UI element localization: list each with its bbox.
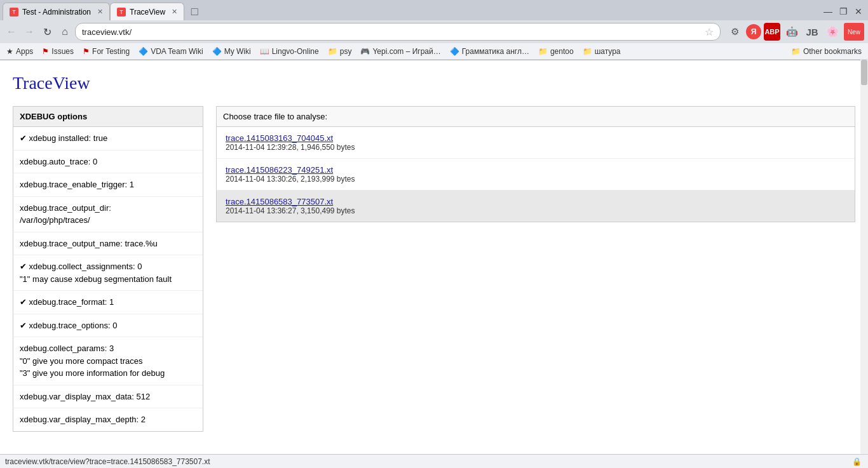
- bookmarks-bar: ★ Apps ⚑ Issues ⚑ For Testing 🔷 VDA Team…: [0, 43, 868, 60]
- android-icon[interactable]: 🤖: [783, 23, 801, 41]
- bookmark-yepi[interactable]: 🎮 Yepi.com – Играй…: [356, 46, 444, 57]
- trace-filename-3[interactable]: trace.1415086583_773507.xt: [226, 197, 846, 206]
- bookmark-icon: 🎮: [360, 47, 370, 56]
- bookmark-icon: 📁: [538, 47, 548, 56]
- bookmark-label: Грамматика англ…: [462, 47, 529, 56]
- back-button[interactable]: ←: [4, 24, 19, 39]
- window-controls: — ❐ ✕: [821, 4, 868, 18]
- trace-meta-3: 2014-11-04 13:36:27, 3,150,499 bytes: [226, 206, 846, 215]
- bookmark-icon: 🔷: [139, 47, 148, 56]
- trace-meta-2: 2014-11-04 13:30:26, 2,193,999 bytes: [226, 175, 846, 184]
- trace-item-3[interactable]: trace.1415086583_773507.xt 2014-11-04 13…: [217, 191, 855, 222]
- bookmark-vda[interactable]: 🔷 VDA Team Wiki: [135, 46, 207, 57]
- trace-meta-1: 2014-11-04 12:39:28, 1,946,550 bytes: [226, 143, 846, 152]
- scroll-thumb[interactable]: [861, 60, 867, 85]
- browser-chrome: T Test - Administration ✕ T TraceView ✕ …: [0, 0, 868, 60]
- abp-icon[interactable]: ABP: [764, 23, 780, 41]
- maximize-button[interactable]: ❐: [836, 4, 850, 18]
- collect-params-row: xdebug.collect_params: 3"0" give you mor…: [13, 337, 203, 385]
- bookmark-gentoo[interactable]: 📁 gentoo: [534, 46, 578, 57]
- collect-assignments-text: ✔ xdebug.collect_assignments: 0"1" may c…: [20, 262, 172, 284]
- bookmark-shatura[interactable]: 📁 шатура: [579, 46, 625, 57]
- scroll-track[interactable]: [860, 60, 868, 451]
- folder-icon: 📁: [791, 47, 801, 56]
- address-row: ← → ↻ ⌂ traceview.vtk/ ☆ ⚙ Я ABP 🤖 JB 🌸 …: [0, 20, 868, 43]
- bookmark-icon: ⚑: [42, 47, 49, 56]
- bookmark-grammar[interactable]: 🔷 Грамматика англ…: [446, 46, 533, 57]
- var-display-max-depth-row: xdebug.var_display_max_depth: 2: [13, 408, 203, 431]
- trace-options-row: ✔ xdebug.trace_options: 0: [13, 314, 203, 338]
- trace-output-dir-row: xdebug.trace_output_dir:/var/log/php/tra…: [13, 197, 203, 232]
- left-panel-header: XDEBUG options: [13, 107, 203, 127]
- trace-item-1[interactable]: trace.1415083163_704045.xt 2014-11-04 12…: [217, 127, 855, 159]
- bookmark-lingvo[interactable]: 📖 Lingvo-Online: [256, 46, 323, 57]
- jb-icon[interactable]: JB: [803, 23, 821, 41]
- close-button[interactable]: ✕: [851, 4, 865, 18]
- trace-options-text: ✔ xdebug.trace_options: 0: [20, 321, 117, 330]
- new-icon[interactable]: New: [844, 23, 864, 41]
- trace-enable-trigger-row: xdebug.trace_enable_trigger: 1: [13, 173, 203, 197]
- bookmark-fortesting[interactable]: ⚑ For Testing: [79, 46, 133, 57]
- trace-output-dir-text: xdebug.trace_output_dir:/var/log/php/tra…: [20, 203, 111, 225]
- forward-button[interactable]: →: [22, 24, 37, 39]
- page-content: TraceView XDEBUG options ✔ xdebug instal…: [0, 60, 868, 451]
- tab-close-1[interactable]: ✕: [97, 8, 103, 16]
- bookmark-icon: 📖: [260, 47, 269, 56]
- var-display-max-depth-text: xdebug.var_display_max_depth: 2: [20, 415, 146, 424]
- reload-button[interactable]: ↻: [39, 24, 55, 39]
- home-button[interactable]: ⌂: [57, 24, 72, 39]
- bookmark-label: Apps: [16, 47, 33, 56]
- trace-item-2[interactable]: trace.1415086223_749251.xt 2014-11-04 13…: [217, 159, 855, 191]
- address-text: traceview.vtk/: [82, 27, 705, 37]
- new-tab-button[interactable]: □: [186, 3, 203, 20]
- bookmark-psy[interactable]: 📁 psy: [324, 46, 356, 57]
- other-bookmarks-label: Other bookmarks: [803, 47, 862, 56]
- left-panel: XDEBUG options ✔ xdebug installed: true …: [13, 106, 203, 432]
- var-display-max-data-text: xdebug.var_display_max_data: 512: [20, 392, 150, 401]
- trace-enable-trigger-text: xdebug.trace_enable_trigger: 1: [20, 180, 134, 189]
- browser-tab-1[interactable]: T Test - Administration ✕: [3, 3, 110, 20]
- bookmark-mywiki[interactable]: 🔷 My Wiki: [208, 46, 255, 57]
- bookmark-apps[interactable]: ★ Apps: [3, 46, 37, 57]
- minimize-button[interactable]: —: [821, 4, 835, 18]
- tab-favicon: T: [117, 8, 126, 17]
- bookmark-issues[interactable]: ⚑ Issues: [38, 46, 78, 57]
- trace-filename-1[interactable]: trace.1415083163_704045.xt: [226, 133, 846, 143]
- trace-format-text: ✔ xdebug.trace_format: 1: [20, 297, 114, 307]
- collect-params-text: xdebug.collect_params: 3"0" give you mor…: [20, 344, 165, 378]
- bookmark-star-icon[interactable]: ☆: [705, 26, 714, 38]
- main-layout: XDEBUG options ✔ xdebug installed: true …: [13, 106, 855, 432]
- extensions-icon[interactable]: ⚙: [726, 23, 743, 41]
- bookmark-label: Lingvo-Online: [272, 47, 319, 56]
- var-display-max-data-row: xdebug.var_display_max_data: 512: [13, 385, 203, 409]
- bookmark-icon: ⚑: [83, 47, 90, 56]
- trace-format-row: ✔ xdebug.trace_format: 1: [13, 291, 203, 314]
- right-panel: Choose trace file to analyse: trace.1415…: [216, 106, 855, 222]
- tab-close-2[interactable]: ✕: [172, 8, 177, 16]
- browser-tab-2[interactable]: T TraceView ✕: [110, 3, 184, 20]
- bookmark-icon: ★: [6, 47, 13, 56]
- bookmark-icon: 📁: [583, 47, 592, 56]
- bookmark-label: шатура: [595, 47, 621, 56]
- xdebug-installed-text: ✔ xdebug installed: true: [20, 133, 107, 143]
- tab-label: TraceView: [130, 8, 165, 17]
- trace-filename-2[interactable]: trace.1415086223_749251.xt: [226, 165, 846, 175]
- extra-icon[interactable]: 🌸: [824, 23, 841, 41]
- toolbar-icons: ⚙ Я ABP 🤖 JB 🌸 New: [726, 23, 864, 41]
- address-bar[interactable]: traceview.vtk/ ☆: [75, 23, 721, 41]
- bookmark-label: gentoo: [550, 47, 574, 56]
- other-bookmarks[interactable]: 📁 Other bookmarks: [787, 46, 865, 57]
- page-title: TraceView: [13, 73, 855, 93]
- bookmark-icon: 🔷: [450, 47, 459, 56]
- trace-output-name-text: xdebug.trace_output_name: trace.%u: [20, 239, 158, 248]
- tab-label: Test - Administration: [22, 8, 91, 17]
- bookmark-label: VDA Team Wiki: [151, 47, 203, 56]
- bookmark-icon: 📁: [328, 47, 337, 56]
- right-panel-header: Choose trace file to analyse:: [217, 107, 855, 127]
- bookmark-label: For Testing: [92, 47, 130, 56]
- yandex-icon[interactable]: Я: [746, 24, 761, 39]
- auto-trace-row: xdebug.auto_trace: 0: [13, 150, 203, 174]
- collect-assignments-row: ✔ xdebug.collect_assignments: 0"1" may c…: [13, 255, 203, 291]
- bookmark-label: Issues: [51, 47, 74, 56]
- bookmark-label: Yepi.com – Играй…: [372, 47, 440, 56]
